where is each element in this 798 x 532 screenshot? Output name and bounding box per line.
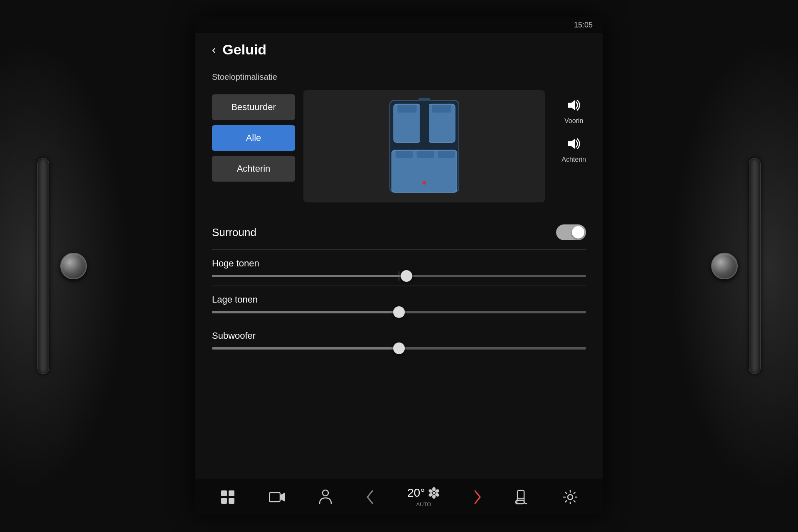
nav-arrow-left[interactable] bbox=[366, 490, 374, 504]
svg-point-21 bbox=[323, 490, 328, 496]
slider-lage-tonen-fill bbox=[212, 311, 399, 313]
speaker-voorin-label: Voorin bbox=[564, 117, 583, 125]
slider-hoge-tonen-fill bbox=[212, 275, 406, 277]
svg-rect-8 bbox=[416, 151, 434, 158]
speakers: Voorin Achterin bbox=[562, 90, 586, 163]
slider-hoge-tonen-label: Hoge tonen bbox=[212, 258, 586, 269]
slider-subwoofer-thumb[interactable] bbox=[393, 342, 405, 354]
arrow-left-icon bbox=[366, 490, 374, 504]
header-divider bbox=[212, 68, 586, 68]
speaker-voorin-icon bbox=[566, 99, 581, 115]
slider-lage-tonen-track[interactable] bbox=[212, 311, 586, 313]
slider-lage-tonen-thumb[interactable] bbox=[393, 306, 405, 318]
toggle-knob bbox=[572, 226, 584, 239]
svg-marker-20 bbox=[280, 493, 285, 502]
car-seats-svg bbox=[383, 96, 466, 196]
slider-hoge-tonen-row: Hoge tonen bbox=[212, 250, 586, 286]
section-divider-1 bbox=[212, 211, 586, 211]
page-header: ‹ Geluid bbox=[212, 42, 586, 58]
apps-icon bbox=[220, 490, 235, 505]
slider-hoge-tonen-track[interactable] bbox=[212, 275, 586, 277]
svg-rect-3 bbox=[397, 105, 416, 112]
btn-alle[interactable]: Alle bbox=[212, 125, 295, 151]
car-frame: 15:05 ‹ Geluid Stoeloptimalisatie Bestuu… bbox=[0, 0, 798, 532]
fan-icon bbox=[428, 487, 440, 499]
temp-value: 20° bbox=[407, 486, 425, 500]
status-bar: 15:05 bbox=[195, 17, 603, 33]
page-title: Geluid bbox=[222, 42, 266, 58]
svg-rect-12 bbox=[419, 98, 430, 101]
slider-subwoofer-label: Subwoofer bbox=[212, 330, 586, 341]
nav-camera[interactable] bbox=[269, 491, 286, 503]
svg-rect-19 bbox=[269, 493, 280, 502]
svg-rect-15 bbox=[221, 490, 227, 496]
content-area: ‹ Geluid Stoeloptimalisatie Bestuurder A… bbox=[195, 33, 603, 478]
svg-point-31 bbox=[568, 495, 573, 500]
nav-temp[interactable]: 20° AUTO bbox=[407, 486, 440, 507]
status-time: 15:05 bbox=[574, 21, 593, 30]
svg-rect-9 bbox=[438, 151, 455, 158]
nav-person[interactable] bbox=[319, 490, 332, 505]
svg-rect-4 bbox=[432, 105, 451, 112]
slider-hoge-tonen-thumb[interactable] bbox=[401, 270, 412, 282]
seat-buttons: Bestuurder Alle Achterin bbox=[212, 94, 295, 182]
slider-subwoofer-fill bbox=[212, 347, 399, 350]
camera-icon bbox=[269, 491, 286, 503]
slider-lage-tonen-row: Lage tonen bbox=[212, 286, 586, 322]
btn-achterin[interactable]: Achterin bbox=[212, 156, 295, 182]
surround-label: Surround bbox=[212, 226, 256, 239]
arrow-right-icon bbox=[473, 490, 482, 504]
vent-left bbox=[37, 158, 49, 374]
nav-apps[interactable] bbox=[220, 490, 235, 505]
bottom-nav: 20° AUTO bbox=[195, 478, 603, 515]
slider-subwoofer-track[interactable] bbox=[212, 347, 586, 350]
svg-rect-16 bbox=[229, 490, 234, 496]
svg-marker-13 bbox=[568, 100, 575, 110]
temp-sub: AUTO bbox=[416, 501, 431, 507]
speaker-voorin[interactable]: Voorin bbox=[562, 99, 586, 125]
nav-seat[interactable] bbox=[515, 490, 529, 505]
seat-section: Bestuurder Alle Achterin bbox=[212, 90, 586, 202]
knob-left[interactable] bbox=[60, 253, 87, 279]
speaker-achterin-icon bbox=[566, 137, 581, 153]
slider-lage-tonen-label: Lage tonen bbox=[212, 294, 586, 305]
main-screen: 15:05 ‹ Geluid Stoeloptimalisatie Bestuu… bbox=[195, 17, 603, 515]
svg-rect-7 bbox=[395, 151, 413, 158]
svg-rect-17 bbox=[221, 498, 227, 504]
vent-right bbox=[749, 158, 761, 374]
nav-arrow-right[interactable] bbox=[473, 490, 482, 504]
knob-right[interactable] bbox=[711, 253, 738, 279]
slider-subwoofer-row: Subwoofer bbox=[212, 322, 586, 358]
nav-settings[interactable] bbox=[563, 490, 578, 505]
seat-icon bbox=[515, 490, 529, 505]
svg-rect-29 bbox=[517, 490, 524, 499]
speaker-achterin[interactable]: Achterin bbox=[562, 137, 586, 163]
btn-bestuurder[interactable]: Bestuurder bbox=[212, 94, 295, 120]
svg-point-26 bbox=[432, 495, 436, 499]
svg-marker-14 bbox=[568, 139, 575, 149]
surround-toggle[interactable] bbox=[556, 224, 586, 240]
svg-rect-11 bbox=[420, 104, 429, 146]
car-illustration bbox=[303, 90, 545, 202]
gear-icon bbox=[563, 490, 578, 505]
svg-point-10 bbox=[422, 181, 426, 185]
back-button[interactable]: ‹ bbox=[212, 43, 216, 57]
svg-point-23 bbox=[432, 487, 436, 491]
section-label-seat: Stoeloptimalisatie bbox=[212, 72, 586, 82]
svg-point-22 bbox=[433, 492, 435, 494]
speaker-achterin-label: Achterin bbox=[562, 156, 586, 163]
person-icon bbox=[319, 490, 332, 505]
svg-rect-18 bbox=[229, 498, 234, 504]
surround-row: Surround bbox=[212, 215, 586, 250]
